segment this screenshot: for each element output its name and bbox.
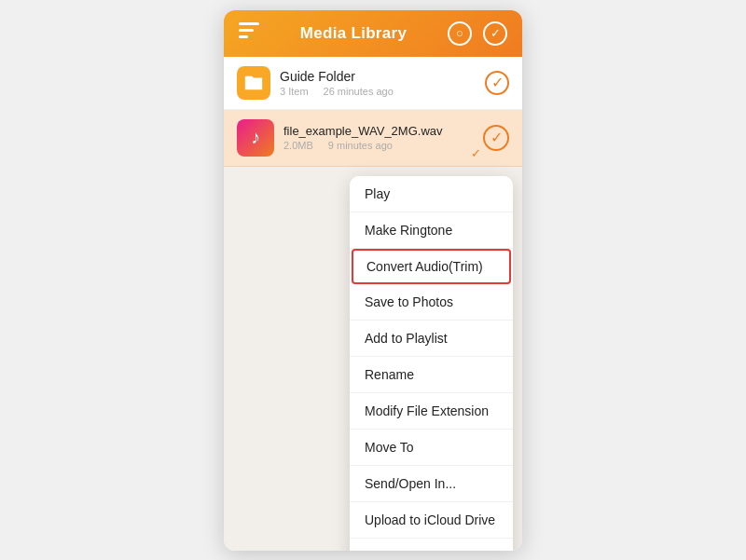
- folder-item-count: 3 Item: [280, 86, 309, 97]
- file-name: file_example_WAV_2MG.wav: [283, 124, 474, 138]
- menu-item-play[interactable]: Play: [350, 176, 513, 212]
- refresh-icon[interactable]: ○: [448, 21, 472, 46]
- folder-name: Guide Folder: [280, 69, 476, 84]
- music-icon: ♪: [251, 127, 260, 148]
- menu-item-delete[interactable]: Delete: [350, 539, 513, 551]
- menu-item-upload-icloud[interactable]: Upload to iCloud Drive: [350, 502, 513, 539]
- menu-item-add-playlist[interactable]: Add to Playlist: [350, 321, 513, 357]
- file-thumbnail: ♪: [237, 119, 274, 157]
- file-meta: 2.0MB 9 minutes ago: [283, 140, 474, 151]
- folder-info: Guide Folder 3 Item 26 minutes ago: [280, 69, 476, 97]
- folder-time: 26 minutes ago: [324, 86, 394, 97]
- header-actions: ○ ✓: [448, 21, 507, 46]
- file-list: Guide Folder 3 Item 26 minutes ago ✓ ♪ f…: [224, 57, 522, 167]
- menu-item-rename[interactable]: Rename: [350, 357, 513, 393]
- check-all-icon[interactable]: ✓: [483, 21, 507, 46]
- svg-rect-2: [239, 35, 248, 38]
- context-menu: Play Make Ringtone Convert Audio(Trim) S…: [350, 176, 513, 551]
- svg-rect-0: [239, 22, 259, 25]
- folder-icon: [237, 66, 270, 100]
- menu-item-send-open[interactable]: Send/Open In...: [350, 466, 513, 502]
- menu-item-convert-audio[interactable]: Convert Audio(Trim): [352, 249, 511, 284]
- folder-check[interactable]: ✓: [485, 71, 509, 95]
- folder-meta: 3 Item 26 minutes ago: [280, 86, 476, 97]
- header-title: Media Library: [300, 24, 407, 43]
- menu-item-move-to[interactable]: Move To: [350, 430, 513, 466]
- menu-item-modify-extension[interactable]: Modify File Extension: [350, 393, 513, 430]
- phone-container: Media Library ○ ✓ Guide Folder 3 Item 26…: [224, 10, 522, 551]
- file-row[interactable]: ♪ file_example_WAV_2MG.wav 2.0MB 9 minut…: [224, 110, 522, 167]
- file-check[interactable]: ✓: [483, 125, 509, 151]
- orange-checkmark: ✓: [471, 146, 481, 160]
- app-header: Media Library ○ ✓: [224, 10, 522, 57]
- file-time: 9 minutes ago: [328, 140, 393, 151]
- menu-item-save-photos[interactable]: Save to Photos: [350, 284, 513, 321]
- sort-icon[interactable]: [239, 22, 259, 44]
- menu-item-make-ringtone[interactable]: Make Ringtone: [350, 212, 513, 249]
- svg-rect-1: [239, 29, 254, 32]
- folder-row[interactable]: Guide Folder 3 Item 26 minutes ago ✓: [224, 57, 522, 110]
- file-size: 2.0MB: [283, 140, 313, 151]
- file-info: file_example_WAV_2MG.wav 2.0MB 9 minutes…: [283, 124, 474, 151]
- context-overlay: Play Make Ringtone Convert Audio(Trim) S…: [224, 167, 522, 551]
